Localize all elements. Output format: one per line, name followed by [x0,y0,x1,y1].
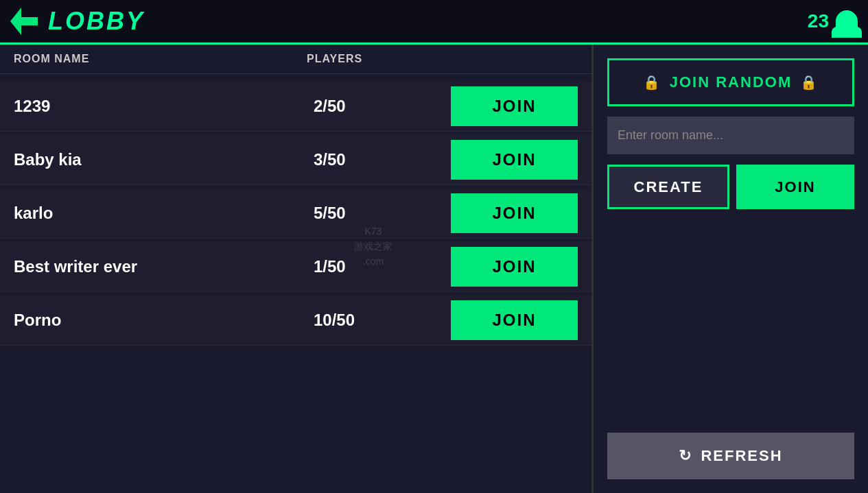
room-players-cell: 3/50 [314,150,451,169]
page-title: LOBBY [48,7,145,36]
room-name-cell: Baby kia [14,150,314,169]
room-list-panel: ROOM NAME PLAYERS 1239 2/50 JOIN Baby ki… [0,45,594,493]
join-random-button[interactable]: 🔒 JOIN RANDOM 🔒 [607,58,854,106]
join-button-1[interactable]: JOIN [451,140,578,180]
room-name-cell: Best writer ever [14,257,314,276]
action-buttons: CREATE JOIN [607,165,854,209]
refresh-icon: ↻ [679,447,692,465]
back-button[interactable] [10,8,38,35]
refresh-label: REFRESH [701,447,782,465]
right-panel: 🔒 JOIN RANDOM 🔒 CREATE JOIN ↻ REFRESH [594,45,868,493]
table-row: karlo 5/50 JOIN [0,188,591,239]
room-name-input[interactable] [607,117,854,154]
table-row: Best writer ever 1/50 JOIN [0,241,591,292]
room-name-cell: Porno [14,311,314,330]
join-name-button[interactable]: JOIN [736,165,854,209]
join-button-4[interactable]: JOIN [451,300,578,340]
header-right: 23 [808,10,858,32]
spacer [607,219,854,422]
refresh-button[interactable]: ↻ REFRESH [607,433,854,479]
table-row: Baby kia 3/50 JOIN [0,134,591,185]
col-header-players: PLAYERS [307,53,444,65]
join-button-3[interactable]: JOIN [451,247,578,287]
room-players-cell: 5/50 [314,204,451,223]
player-count: 23 [808,10,829,32]
join-button-2[interactable]: JOIN [451,193,578,233]
col-header-room-name: ROOM NAME [14,53,307,65]
col-header-action [444,53,578,65]
lock-right-icon: 🔒 [800,74,819,91]
room-players-cell: 10/50 [314,311,451,330]
header: LOBBY 23 [0,0,868,45]
create-button[interactable]: CREATE [607,165,729,209]
room-name-cell: 1239 [14,97,314,116]
join-button-0[interactable]: JOIN [451,86,578,126]
join-random-label: JOIN RANDOM [670,73,792,91]
table-row: Porno 10/50 JOIN [0,295,591,346]
player-icon [836,10,858,32]
room-players-cell: 2/50 [314,97,451,116]
main-content: ROOM NAME PLAYERS 1239 2/50 JOIN Baby ki… [0,45,868,493]
room-rows: 1239 2/50 JOIN Baby kia 3/50 JOIN karlo … [0,74,591,355]
lock-left-icon: 🔒 [643,74,661,91]
column-headers: ROOM NAME PLAYERS [0,45,591,74]
room-name-cell: karlo [14,204,314,223]
table-row: 1239 2/50 JOIN [0,81,591,132]
room-players-cell: 1/50 [314,257,451,276]
